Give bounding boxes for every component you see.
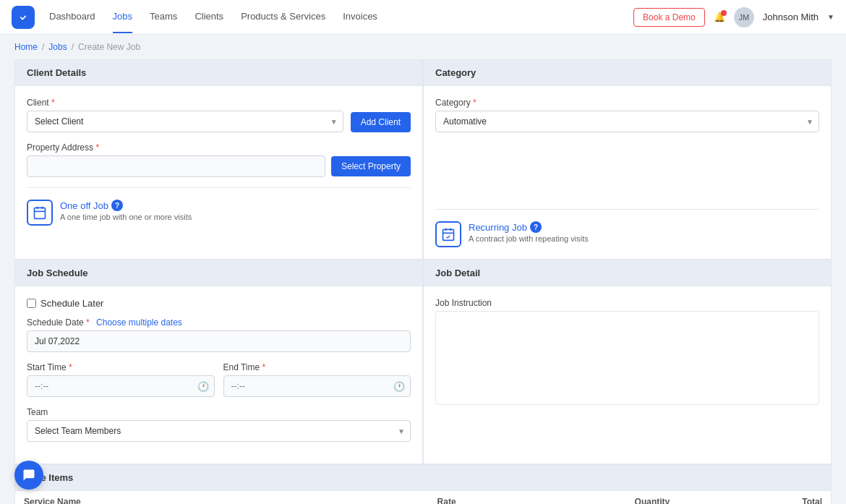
schedule-later-label[interactable]: Schedule Later bbox=[40, 298, 103, 309]
add-client-button[interactable]: Add Client bbox=[351, 112, 411, 132]
one-off-job-desc: A one time job with one or more visits bbox=[60, 213, 192, 221]
nav-jobs[interactable]: Jobs bbox=[113, 1, 132, 33]
category-divider bbox=[435, 209, 819, 210]
recurring-job-card[interactable]: Recurring Job ? A contract job with repe… bbox=[435, 221, 819, 247]
date-required: * bbox=[86, 317, 90, 328]
notification-bell[interactable]: 🔔 bbox=[714, 12, 725, 22]
line-items-card: Line Items Service Name Rate Quantity To… bbox=[14, 464, 832, 504]
job-schedule-body: Schedule Later Schedule Date * Choose mu… bbox=[15, 286, 422, 464]
category-label: Category * bbox=[435, 98, 819, 108]
end-time-label: End Time * bbox=[223, 362, 411, 372]
start-time-input[interactable] bbox=[27, 375, 215, 397]
required-star: * bbox=[51, 98, 55, 108]
team-select[interactable]: Select Team Members bbox=[27, 420, 411, 442]
property-address-input[interactable] bbox=[27, 155, 325, 177]
line-items-header: Line Items bbox=[15, 465, 831, 491]
property-form-group: Property Address * Select Property bbox=[27, 142, 411, 177]
job-detail-title: Job Detail bbox=[435, 268, 480, 278]
recurring-job-text: Recurring Job ? A contract job with repe… bbox=[469, 221, 589, 243]
job-schedule-card: Job Schedule Schedule Later Schedule Dat… bbox=[14, 260, 423, 464]
avatar: JM bbox=[734, 7, 754, 27]
chat-bubble[interactable] bbox=[14, 461, 43, 490]
nav-clients[interactable]: Clients bbox=[195, 1, 223, 33]
job-type-row: One off Job ? A one time job with one or… bbox=[27, 200, 411, 226]
team-label: Team bbox=[27, 407, 411, 417]
category-select[interactable]: Automative bbox=[435, 111, 819, 132]
middle-section: Job Schedule Schedule Later Schedule Dat… bbox=[14, 260, 832, 464]
job-detail-body: Job Instruction bbox=[424, 286, 831, 429]
category-required: * bbox=[473, 98, 477, 108]
category-form-group: Category * Automative ▼ bbox=[435, 98, 819, 132]
category-body: Category * Automative ▼ bbox=[424, 86, 831, 259]
client-details-title: Client Details bbox=[27, 67, 86, 78]
job-schedule-title: Job Schedule bbox=[27, 268, 88, 278]
job-instruction-textarea[interactable] bbox=[435, 311, 819, 405]
recurring-job-desc: A contract job with repeating visits bbox=[469, 234, 589, 243]
line-items-header-row: Service Name Rate Quantity Total bbox=[15, 491, 831, 504]
recurring-job-title: Recurring Job ? bbox=[469, 221, 589, 233]
schedule-later-checkbox[interactable] bbox=[27, 299, 36, 308]
breadcrumb-current: Create New Job bbox=[78, 42, 140, 52]
job-detail-card: Job Detail Job Instruction bbox=[423, 260, 832, 464]
category-spacer bbox=[435, 142, 819, 200]
category-title: Category bbox=[435, 67, 476, 78]
breadcrumb-jobs[interactable]: Jobs bbox=[48, 42, 67, 52]
one-off-job-icon bbox=[27, 200, 53, 226]
client-details-body: Client * Select Client ▼ Add Client bbox=[15, 86, 422, 237]
svg-rect-5 bbox=[443, 229, 454, 240]
client-label: Client * bbox=[27, 98, 411, 108]
nav-links: Dashboard Jobs Teams Clients Products & … bbox=[49, 1, 633, 33]
client-details-card: Client Details Client * Select Client ▼ bbox=[14, 59, 423, 260]
user-menu-chevron[interactable]: ▼ bbox=[827, 13, 834, 21]
time-grid: Start Time * 🕐 End Time * � bbox=[27, 362, 411, 407]
recurring-job-icon bbox=[435, 221, 461, 247]
client-select[interactable]: Select Client bbox=[27, 111, 343, 132]
col-service-name: Service Name bbox=[15, 491, 317, 504]
recurring-help-icon[interactable]: ? bbox=[530, 221, 542, 233]
recurring-job-row: Recurring Job ? A contract job with repe… bbox=[435, 221, 819, 247]
svg-rect-1 bbox=[35, 208, 46, 218]
one-off-help-icon[interactable]: ? bbox=[111, 200, 123, 211]
client-form-group: Client * Select Client ▼ Add Client bbox=[27, 98, 411, 132]
client-row: Select Client ▼ Add Client bbox=[27, 111, 411, 132]
one-off-job-title: One off Job ? bbox=[60, 200, 192, 211]
breadcrumb-sep1: / bbox=[42, 42, 44, 52]
start-time-wrapper: 🕐 bbox=[27, 375, 215, 397]
category-header: Category bbox=[424, 60, 831, 86]
one-off-job-text: One off Job ? A one time job with one or… bbox=[60, 200, 192, 221]
client-select-wrapper: Select Client ▼ bbox=[27, 111, 343, 132]
line-items-body: Service Name Rate Quantity Total + Add L… bbox=[15, 491, 831, 504]
col-total: Total bbox=[678, 491, 831, 504]
team-select-wrapper: Select Team Members ▼ bbox=[27, 420, 411, 442]
breadcrumb-home[interactable]: Home bbox=[14, 42, 38, 52]
nav-teams[interactable]: Teams bbox=[150, 1, 177, 33]
nav-invoices[interactable]: Invoices bbox=[343, 1, 377, 33]
schedule-date-label: Schedule Date * Choose multiple dates bbox=[27, 317, 411, 328]
instruction-form-group: Job Instruction bbox=[435, 298, 819, 407]
property-row: Select Property bbox=[27, 155, 411, 177]
divider bbox=[27, 187, 411, 188]
user-name: Johnson Mith bbox=[763, 12, 819, 22]
schedule-date-input[interactable]: Jul 07,2022 bbox=[27, 330, 411, 352]
job-schedule-header: Job Schedule bbox=[15, 260, 422, 286]
topnav: Dashboard Jobs Teams Clients Products & … bbox=[0, 0, 846, 35]
main-content: Client Details Client * Select Client ▼ bbox=[0, 59, 846, 504]
end-time-input[interactable] bbox=[223, 375, 411, 397]
client-details-header: Client Details bbox=[15, 60, 422, 86]
line-items-thead: Service Name Rate Quantity Total bbox=[15, 491, 831, 504]
select-property-button[interactable]: Select Property bbox=[331, 156, 411, 176]
category-select-wrapper: Automative ▼ bbox=[435, 111, 819, 132]
breadcrumb: Home / Jobs / Create New Job bbox=[0, 35, 846, 59]
team-form-group: Team Select Team Members ▼ bbox=[27, 407, 411, 442]
book-demo-button[interactable]: Book a Demo bbox=[633, 8, 705, 27]
schedule-date-group: Schedule Date * Choose multiple dates Ju… bbox=[27, 317, 411, 352]
nav-dashboard[interactable]: Dashboard bbox=[49, 1, 95, 33]
nav-products-services[interactable]: Products & Services bbox=[241, 1, 325, 33]
topnav-right: Book a Demo 🔔 JM Johnson Mith ▼ bbox=[633, 7, 834, 27]
start-time-label: Start Time * bbox=[27, 362, 215, 372]
one-off-job-card[interactable]: One off Job ? A one time job with one or… bbox=[27, 200, 411, 226]
col-quantity: Quantity bbox=[465, 491, 679, 504]
top-section: Client Details Client * Select Client ▼ bbox=[14, 59, 832, 260]
choose-multiple-dates[interactable]: Choose multiple dates bbox=[96, 317, 182, 328]
category-card: Category Category * Automative ▼ bbox=[423, 59, 832, 260]
